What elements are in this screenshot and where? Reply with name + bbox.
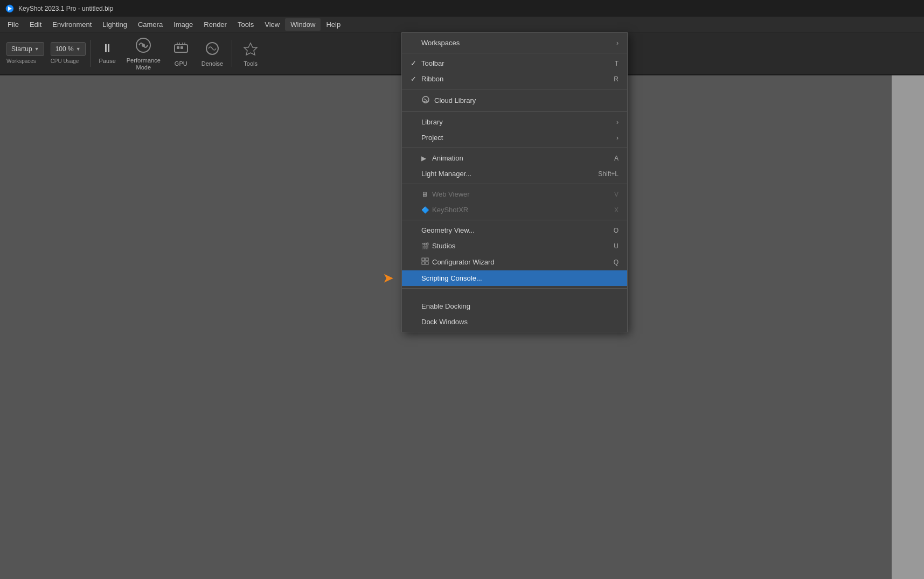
- workspace-label: Workspaces: [6, 58, 36, 65]
- animation-icon: ▶: [421, 155, 432, 162]
- menu-item-configurator-wizard[interactable]: Configurator Wizard Q: [402, 254, 627, 270]
- svg-rect-6: [180, 46, 183, 49]
- menu-item-dock-windows[interactable]: Enable Docking: [402, 298, 627, 314]
- cpu-dropdown[interactable]: 100 % ▼: [51, 42, 86, 56]
- chevron-down-icon: ▼: [34, 46, 39, 52]
- menu-image[interactable]: Image: [168, 18, 198, 31]
- menu-help[interactable]: Help: [321, 18, 346, 31]
- menu-item-library[interactable]: Library ›: [402, 114, 627, 130]
- chevron-down-icon-2: ▼: [76, 46, 81, 52]
- svg-point-3: [142, 44, 145, 47]
- tools-icon: [241, 39, 260, 58]
- menu-item-restore-tab-order[interactable]: Dock Windows: [402, 314, 627, 330]
- performance-mode-label: PerformanceMode: [127, 57, 161, 71]
- menu-item-workspaces[interactable]: Workspaces ›: [402, 35, 627, 51]
- hover-arrow-icon: ➤: [383, 271, 393, 285]
- pause-button[interactable]: ⏸ Pause: [95, 39, 120, 67]
- menu-edit[interactable]: Edit: [24, 18, 47, 31]
- menu-item-scripting-console[interactable]: ➤ Scripting Console...: [402, 270, 627, 286]
- menu-item-geometry-view[interactable]: Geometry View... O: [402, 222, 627, 238]
- menu-item-keyshotxr: 🔷 KeyShotXR X: [402, 202, 627, 218]
- right-panel: [892, 75, 924, 579]
- menu-view[interactable]: View: [259, 18, 285, 31]
- separator-7: [402, 288, 627, 289]
- menu-render[interactable]: Render: [198, 18, 232, 31]
- workspace-value: Startup: [11, 45, 32, 53]
- menu-item-project[interactable]: Project ›: [402, 130, 627, 145]
- menu-lighting[interactable]: Lighting: [97, 18, 133, 31]
- title-bar: KeyShot 2023.1 Pro - untitled.bip: [0, 0, 924, 17]
- denoise-icon: [203, 39, 222, 58]
- arrow-icon: ›: [616, 39, 619, 47]
- menu-tools[interactable]: Tools: [232, 18, 259, 31]
- gpu-label: GPU: [175, 60, 187, 67]
- menu-bar: File Edit Environment Lighting Camera Im…: [0, 17, 924, 32]
- menu-window[interactable]: Window: [285, 18, 321, 31]
- menu-camera[interactable]: Camera: [133, 18, 168, 31]
- denoise-button[interactable]: Denoise: [197, 37, 227, 69]
- cpu-value: 100 %: [55, 45, 74, 53]
- svg-rect-5: [177, 46, 179, 49]
- tools-label: Tools: [244, 60, 258, 67]
- separator-5: [402, 184, 627, 184]
- toolbar-separator-2: [232, 40, 232, 67]
- svg-rect-13: [422, 258, 425, 261]
- window-title: KeyShot 2023.1 Pro - untitled.bip: [18, 5, 113, 12]
- keyshotxr-icon: 🔷: [421, 206, 432, 214]
- menu-environment[interactable]: Environment: [47, 18, 97, 31]
- cpu-label: CPU Usage: [51, 58, 79, 65]
- menu-item-web-viewer: 🖥 Web Viewer V: [402, 186, 627, 202]
- svg-rect-14: [426, 258, 428, 261]
- denoise-label: Denoise: [202, 60, 223, 67]
- cloud-library-icon: [421, 95, 432, 106]
- menu-item-cloud-library[interactable]: Cloud Library: [402, 92, 627, 109]
- performance-mode-icon: [134, 36, 153, 55]
- separator-6: [402, 220, 627, 220]
- menu-item-ribbon[interactable]: ✓ Ribbon R: [402, 71, 627, 87]
- arrow-icon-project: ›: [616, 134, 619, 142]
- separator-2: [402, 89, 627, 89]
- arrow-icon-library: ›: [616, 118, 619, 126]
- menu-file[interactable]: File: [2, 18, 24, 31]
- menu-item-studios[interactable]: 🎬 Studios U: [402, 238, 627, 254]
- performance-mode-button[interactable]: PerformanceMode: [122, 33, 165, 73]
- pause-icon: ⏸: [101, 41, 113, 55]
- workspace-dropdown[interactable]: Startup ▼: [6, 42, 44, 56]
- gpu-button[interactable]: GPU: [167, 37, 195, 69]
- separator-1: [402, 53, 627, 53]
- svg-rect-16: [426, 262, 428, 264]
- window-menu-dropdown: Workspaces › ✓ Toolbar T ✓ Ribbon R Clou…: [401, 32, 628, 332]
- menu-item-animation[interactable]: ▶ Animation A: [402, 150, 627, 166]
- svg-rect-15: [422, 262, 425, 264]
- menu-item-enable-docking[interactable]: [402, 291, 627, 298]
- separator-3: [402, 111, 627, 112]
- menu-item-toolbar[interactable]: ✓ Toolbar T: [402, 55, 627, 71]
- menu-item-light-manager[interactable]: Light Manager... Shift+L: [402, 166, 627, 182]
- toolbar-separator-1: [90, 40, 91, 67]
- gpu-icon: [171, 39, 191, 58]
- configurator-icon: [421, 257, 432, 267]
- tools-button[interactable]: Tools: [237, 37, 265, 69]
- web-viewer-icon: 🖥: [421, 191, 432, 198]
- studios-icon: 🎬: [421, 242, 432, 250]
- app-logo-icon: [5, 4, 14, 13]
- separator-4: [402, 148, 627, 148]
